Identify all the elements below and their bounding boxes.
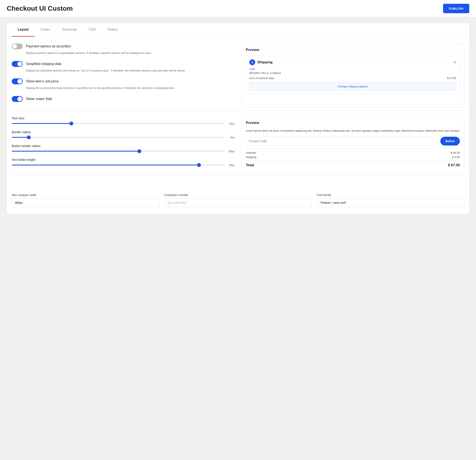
container-border-label: Container's border <box>164 193 312 197</box>
preview1-title: Preview <box>246 48 460 52</box>
coupon-button[interactable]: Button <box>440 137 460 146</box>
toggle-label-unit-price: Show item's unit price <box>26 80 59 83</box>
shipping-price-row: Up to 3 business days $ 27.00 <box>249 76 456 80</box>
slider-button-border-radius-label: Button border radius: <box>12 144 235 148</box>
toggle-row-notes: Show 'notes' field <box>12 96 235 102</box>
toggle-row-payment: Payment options as accordion <box>12 43 235 49</box>
setting-payment-accordion: Payment options as accordion Display pay… <box>12 43 235 55</box>
slider-button-border-radius: Button border radius: 30px <box>12 144 235 153</box>
slider-text-fields-height-row: 40px <box>12 164 235 167</box>
tab-css[interactable]: CSS <box>83 23 102 37</box>
toggle-desc-payment: Display payment options as expandable se… <box>26 51 235 55</box>
slider-button-border-radius-fill <box>12 151 139 152</box>
slider-text-size-thumb[interactable] <box>69 122 73 125</box>
max-width-label: Max wrapper width <box>12 193 159 197</box>
slider-text-fields-height-value: 40px <box>227 164 235 167</box>
toggle-desc-shipping: Display the estimated delivery time fram… <box>26 69 235 73</box>
slider-border-radius-thumb[interactable] <box>27 135 31 139</box>
totals-section: Subtotal $ 64.35 Shipping $ 3.00 Total $… <box>246 148 460 167</box>
toggle-simplified-shipping[interactable] <box>12 61 23 67</box>
toggle-label-payment: Payment options as accordion <box>26 44 71 48</box>
edit-icon[interactable]: ✎ <box>454 60 456 64</box>
font-family-input[interactable] <box>317 198 464 207</box>
slider-border-radius-track[interactable] <box>12 137 225 138</box>
shipping-header-left: 3 Shipping <box>249 59 273 65</box>
input-max-width: Max wrapper width <box>12 193 159 207</box>
coupon-input[interactable] <box>246 137 438 146</box>
slider-border-radius-row: 4px <box>12 136 235 139</box>
grand-total-label: Total <box>246 163 254 167</box>
toggle-payment-accordion[interactable] <box>12 43 23 49</box>
shipping-total-row: Shipping $ 3.00 <box>246 156 460 159</box>
publish-button[interactable]: PUBLISH <box>443 4 469 13</box>
slider-text-fields-height-thumb[interactable] <box>197 163 201 167</box>
shipping-price: $ 27.00 <box>447 76 456 80</box>
slider-text-size-value: 14px <box>227 122 235 125</box>
subtotal-value: $ 64.35 <box>451 151 460 154</box>
slider-text-size: Text size: 14px <box>12 116 235 125</box>
subtotal-row: Subtotal $ 64.35 <box>246 151 460 154</box>
slider-border-radius-value: 4px <box>227 136 235 139</box>
preview-text-card: Preview Lorem ipsum dolor sit amet, cons… <box>241 116 464 173</box>
toggles-section: Payment options as accordion Display pay… <box>12 43 464 108</box>
slider-border-radius-fill <box>12 137 29 138</box>
setting-unit-price: Show item's unit price Display the summe… <box>12 78 235 90</box>
toggle-unit-price[interactable] <box>12 78 23 84</box>
preview2-title: Preview <box>246 121 460 125</box>
page-title: Checkout UI Custom <box>7 5 73 12</box>
shipping-preview: 3 Shipping ✎ 1234 BEVERLY HILLS, CA 9021… <box>246 56 460 94</box>
change-shipping-button[interactable]: Change shipping options <box>249 82 456 90</box>
toggle-label-shipping: Simplified shipping date <box>26 62 61 66</box>
sliders-section: Text size: 14px Border radius: <box>12 116 464 173</box>
shipping-total-value: $ 3.00 <box>452 156 460 159</box>
toggle-row-unit-price: Show item's unit price <box>12 78 235 84</box>
shipping-address: 1234 BEVERLY HILLS, CA 90210 <box>249 67 456 75</box>
grand-total-row: Total $ 67.35 <box>246 161 460 167</box>
slider-border-radius: Border radius: 4px <box>12 130 235 139</box>
shipping-total-label: Shipping <box>246 156 256 159</box>
main-card: Layout Colors Javascript CSS History Pay… <box>7 23 469 214</box>
slider-text-size-track[interactable] <box>12 123 225 124</box>
toggle-notes[interactable] <box>12 96 23 102</box>
setting-notes: Show 'notes' field <box>12 96 235 102</box>
input-font-family: Font family <box>317 193 464 207</box>
main-content: Layout Colors Javascript CSS History Pay… <box>0 17 476 220</box>
shipping-preview-title: Shipping <box>257 60 273 64</box>
top-bar: Checkout UI Custom PUBLISH <box>0 0 476 17</box>
business-days: Up to 3 business days <box>249 77 274 80</box>
sliders-left: Text size: 14px Border radius: <box>12 116 235 173</box>
slider-text-size-row: 14px <box>12 122 235 125</box>
slider-button-border-radius-track[interactable] <box>12 151 225 152</box>
slider-text-fields-height-fill <box>12 164 199 165</box>
coupon-row: Button <box>246 137 460 146</box>
max-width-input[interactable] <box>12 198 159 207</box>
layout-content: Payment options as accordion Display pay… <box>7 37 469 188</box>
subtotal-label: Subtotal <box>246 151 256 154</box>
toggle-row-shipping: Simplified shipping date <box>12 61 235 67</box>
slider-border-radius-label: Border radius: <box>12 130 235 134</box>
setting-simplified-shipping: Simplified shipping date Display the est… <box>12 61 235 73</box>
slider-text-size-fill <box>12 123 71 124</box>
divider-2 <box>12 175 464 176</box>
toggles-left: Payment options as accordion Display pay… <box>12 43 235 108</box>
tab-bar: Layout Colors Javascript CSS History <box>7 23 469 37</box>
preview-shipping-card: Preview 3 Shipping ✎ 1234 BEVERLY HILLS,… <box>241 43 464 108</box>
slider-button-border-radius-value: 30px <box>227 150 235 153</box>
tab-history[interactable]: History <box>102 23 124 37</box>
container-border-input[interactable] <box>164 198 312 207</box>
slider-text-fields-height-label: Text fields height: <box>12 158 235 161</box>
tab-layout[interactable]: Layout <box>12 23 34 37</box>
preview2-lorem: Lorem ipsum dolor sit amet, consectetur … <box>246 129 460 133</box>
bottom-inputs: Max wrapper width Container's border Fon… <box>7 188 469 214</box>
toggle-desc-unit-price: Display the summed line total (unit pric… <box>26 86 235 90</box>
slider-button-border-radius-thumb[interactable] <box>137 149 141 153</box>
font-family-label: Font family <box>317 193 464 197</box>
slider-text-fields-height-track[interactable] <box>12 164 225 165</box>
slider-button-border-radius-row: 30px <box>12 150 235 153</box>
slider-text-size-label: Text size: <box>12 116 235 120</box>
shipping-header: 3 Shipping ✎ <box>249 59 456 65</box>
toggle-label-notes: Show 'notes' field <box>26 97 52 101</box>
tab-javascript[interactable]: Javascript <box>56 23 83 37</box>
tab-colors[interactable]: Colors <box>34 23 56 37</box>
slider-text-fields-height: Text fields height: 40px <box>12 158 235 167</box>
